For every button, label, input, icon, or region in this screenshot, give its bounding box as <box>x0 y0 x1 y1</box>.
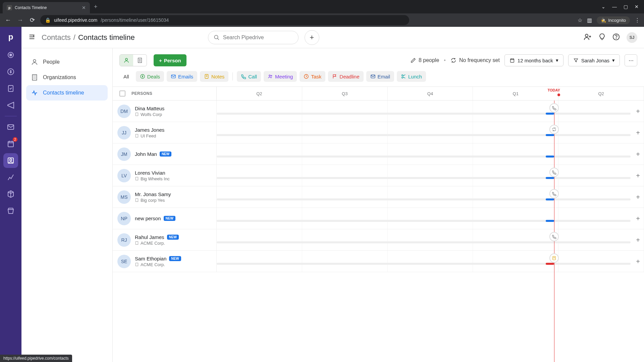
person-name[interactable]: Lorens Vivian <box>135 170 170 176</box>
rail-projects[interactable] <box>3 81 18 96</box>
rail-leads[interactable] <box>3 48 18 62</box>
add-button[interactable]: + <box>305 30 319 45</box>
avatar: SE <box>117 255 131 268</box>
select-all-checkbox[interactable] <box>119 90 125 97</box>
more-button[interactable]: ⋯ <box>625 54 637 66</box>
filter-meeting[interactable]: Meeting <box>264 71 297 82</box>
new-badge: NEW <box>164 216 175 221</box>
range-button[interactable]: 12 months back ▾ <box>504 54 564 66</box>
person-name[interactable]: Mr. Jonas Samy <box>135 191 171 197</box>
person-name[interactable]: Dina Matteus <box>135 106 164 111</box>
reload-button[interactable]: ⟳ <box>28 16 36 24</box>
quarter-header: Q2 <box>217 87 302 100</box>
person-row[interactable]: SE Sam Ethopian NEW ACME Corp. + <box>113 251 644 272</box>
bookmark-icon[interactable]: ☆ <box>578 17 582 23</box>
browser-menu-icon[interactable]: ⋮ <box>635 17 640 23</box>
sidebar-item-organizations[interactable]: Organizations <box>26 70 108 85</box>
person-row[interactable]: JM John Man NEW + <box>113 143 644 165</box>
rail-insights[interactable] <box>3 170 18 185</box>
person-name[interactable]: Sam Ethopian NEW <box>135 256 181 261</box>
person-row[interactable]: LV Lorens Vivian Big Wheels Inc + <box>113 165 644 186</box>
close-window-icon[interactable]: ✕ <box>635 4 639 9</box>
filter-task[interactable]: Task <box>300 71 325 82</box>
incognito-label: Incognito <box>608 18 626 23</box>
add-activity-button[interactable]: + <box>636 107 640 115</box>
new-tab-button[interactable]: + <box>94 3 98 10</box>
people-count[interactable]: 8 people <box>411 57 439 63</box>
invite-icon[interactable] <box>584 33 592 42</box>
quarter-header: Q1 <box>473 87 558 100</box>
chevron-down-icon[interactable]: ⌄ <box>601 4 605 9</box>
view-person-button[interactable] <box>120 55 133 66</box>
filter-call[interactable]: Call <box>237 71 261 82</box>
filter-lunch[interactable]: Lunch <box>397 71 426 82</box>
filter-deals[interactable]: Deals <box>136 71 164 82</box>
person-row[interactable]: RJ Rahul James NEW ACME Corp. + <box>113 229 644 251</box>
avatar: NP <box>117 212 131 225</box>
filter-label: Call <box>248 74 257 79</box>
incognito-badge[interactable]: 🕵 Incognito <box>597 16 630 24</box>
person-row[interactable]: MS Mr. Jonas Samy Big corp Yes + <box>113 186 644 208</box>
forward-button[interactable]: → <box>16 17 24 24</box>
tips-icon[interactable] <box>598 33 606 42</box>
filter-deadline[interactable]: Deadline <box>328 71 363 82</box>
extensions-icon[interactable]: ▥ <box>587 17 592 23</box>
minimize-icon[interactable]: — <box>612 4 617 9</box>
filter-notes[interactable]: Notes <box>200 71 228 82</box>
building-icon <box>135 198 139 202</box>
calendar-icon <box>509 58 515 63</box>
today-label: TODAY <box>547 88 560 92</box>
person-name[interactable]: Rahul James NEW <box>135 234 179 240</box>
frequency-button[interactable]: No frequency set <box>450 57 500 63</box>
search-input[interactable]: Search Pipedrive <box>208 31 299 44</box>
filter-all[interactable]: All <box>119 71 133 82</box>
filter-email[interactable]: Email <box>366 71 394 82</box>
person-icon <box>31 58 38 66</box>
svg-rect-29 <box>136 199 138 202</box>
filter-emails[interactable]: Emails <box>167 71 197 82</box>
add-activity-button[interactable]: + <box>636 150 640 158</box>
add-activity-button[interactable]: + <box>636 193 640 201</box>
person-row[interactable]: DM Dina Matteus Wolfs Corp + <box>113 101 644 122</box>
person-name[interactable]: new person NEW <box>135 216 175 221</box>
activity-bar <box>546 220 554 222</box>
rail-products[interactable] <box>3 187 18 201</box>
add-activity-button[interactable]: + <box>636 129 640 136</box>
activity-bar <box>546 113 554 115</box>
view-org-button[interactable] <box>133 55 147 66</box>
building-icon <box>135 241 139 245</box>
maximize-icon[interactable]: ▢ <box>624 4 628 9</box>
rail-marketplace[interactable] <box>3 203 18 218</box>
new-badge: NEW <box>167 235 179 240</box>
rail-contacts[interactable] <box>3 153 18 168</box>
address-bar[interactable]: 🔒 uifeed.pipedrive.com/persons/timeline/… <box>40 15 409 25</box>
rail-activities[interactable]: 2 <box>3 136 18 151</box>
rail-deals[interactable] <box>3 64 18 79</box>
person-name[interactable]: John Man NEW <box>135 151 171 157</box>
back-button[interactable]: ← <box>4 17 12 24</box>
help-icon[interactable] <box>612 33 620 42</box>
add-activity-button[interactable]: + <box>636 215 640 222</box>
building-icon <box>135 134 139 138</box>
add-activity-button[interactable]: + <box>636 172 640 179</box>
add-person-button[interactable]: + Person <box>154 54 186 66</box>
building-icon <box>135 262 139 266</box>
browser-tab[interactable]: p Contacts Timeline ✕ <box>3 2 90 13</box>
person-row[interactable]: NP new person NEW + <box>113 208 644 229</box>
app-logo[interactable]: p <box>5 32 16 42</box>
user-avatar[interactable]: SJ <box>627 32 637 43</box>
person-row[interactable]: JJ James Jones UI Feed + <box>113 122 644 143</box>
add-activity-button[interactable]: + <box>636 236 640 244</box>
menu-toggle-icon[interactable] <box>28 33 36 42</box>
rail-mail[interactable] <box>3 120 18 134</box>
activity-bar <box>546 134 554 136</box>
sidebar-item-timeline[interactable]: Contacts timeline <box>26 85 108 101</box>
add-activity-button[interactable]: + <box>636 257 640 265</box>
sidebar-item-people[interactable]: People <box>26 54 108 70</box>
close-tab-icon[interactable]: ✕ <box>82 5 86 10</box>
new-badge: NEW <box>160 152 171 157</box>
rail-campaigns[interactable] <box>3 98 18 113</box>
owner-filter-button[interactable]: Sarah Jonas ▾ <box>568 54 620 66</box>
person-name[interactable]: James Jones <box>135 127 164 133</box>
breadcrumb-root[interactable]: Contacts <box>42 33 71 42</box>
